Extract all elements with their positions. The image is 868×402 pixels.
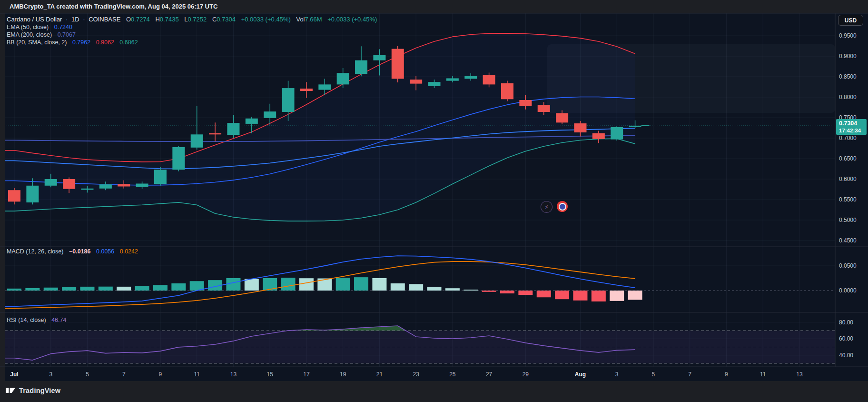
axis-label: 23 [413, 371, 419, 378]
axis-label: 0.8000 [839, 94, 857, 100]
axis-label: 17 [303, 371, 310, 378]
axis-label: 0.6500 [839, 155, 857, 162]
axis-label: 15 [267, 371, 274, 378]
rsi-value: 46.74 [51, 317, 66, 323]
axis-label: 11 [194, 371, 200, 378]
axis-label: Jul [10, 371, 18, 378]
axis-label: 27 [486, 371, 493, 378]
axis-label: 5 [652, 371, 655, 378]
low-value: 0.7252 [187, 16, 207, 23]
macd-legend[interactable]: MACD (12, 26, close) −0.0186 0.0056 0.02… [7, 248, 138, 255]
macd-hist-value: −0.0186 [69, 248, 91, 255]
event-lightning-icon[interactable]: ⚡ [541, 201, 552, 213]
macd-signal-value: 0.0242 [120, 248, 138, 255]
axis-label: 0.9500 [839, 32, 857, 39]
axis-label: 13 [796, 371, 803, 378]
high-value: 0.7435 [160, 16, 179, 23]
attribution-text: AMBCrypto_TA created with TradingView.co… [10, 0, 217, 13]
event-us-economy-icon[interactable] [557, 201, 568, 212]
axis-label: 0.4500 [839, 237, 857, 244]
axis-label: 0.5500 [839, 196, 857, 203]
volume-value: 7.66M [305, 16, 322, 23]
axis-label: 60.00 [839, 335, 853, 342]
ema200-legend[interactable]: EMA (200, close) 0.7067 [7, 31, 377, 39]
axis-label: 0.5000 [839, 217, 857, 223]
bb-basis-value: 0.7962 [72, 39, 90, 46]
close-value: 0.7304 [217, 16, 236, 23]
ema50-value: 0.7240 [54, 24, 72, 30]
axis-label: 29 [523, 371, 529, 378]
axis-label: Aug [575, 371, 586, 378]
tradingview-logo-text: TradingView [19, 387, 60, 394]
axis-label: 19 [340, 371, 346, 378]
bar-countdown: 17:42:34 [839, 127, 867, 134]
axis-label: 0.7000 [839, 135, 857, 141]
symbol-title[interactable]: Cardano / US Dollar [7, 16, 62, 23]
axis-label: 0.9000 [839, 53, 857, 60]
axis-label: 0.0000 [839, 287, 857, 294]
footer-bar: TradingView [0, 381, 868, 402]
exchange-label[interactable]: COINBASE [89, 16, 120, 23]
axis-label: 25 [449, 371, 456, 378]
axis-label: 0.6000 [839, 176, 857, 182]
last-price: 0.7304 [839, 120, 867, 127]
axis-label: 40.00 [839, 352, 853, 359]
attribution-bar: AMBCrypto_TA created with TradingView.co… [0, 0, 868, 13]
open-value: 0.7274 [131, 16, 150, 23]
axis-label: 11 [760, 371, 766, 378]
axis-label: 7 [122, 371, 126, 378]
ema200-value: 0.7067 [58, 31, 76, 38]
axis-label: 21 [376, 371, 383, 378]
bb-upper-value: 0.9062 [96, 39, 114, 46]
axis-label: 5 [86, 371, 89, 378]
axis-label: 13 [230, 371, 237, 378]
chart-canvas[interactable]: 0.95000.90000.85000.80000.75000.70000.65… [0, 0, 868, 402]
axis-label: 9 [725, 371, 728, 378]
us-roundel [559, 203, 566, 211]
ema50-legend[interactable]: EMA (50, close) 0.7240 [7, 23, 377, 31]
axis-label: 9 [159, 371, 162, 378]
axis-label: 0.8500 [839, 73, 857, 80]
axis-label: 3 [615, 371, 619, 378]
axis-label: 3 [49, 371, 52, 378]
tradingview-logo-icon [6, 385, 16, 395]
axis-label: 80.00 [839, 319, 853, 326]
volume-change-value: +0.0033 (+0.45%) [327, 16, 377, 23]
volume-label: Vol [296, 16, 305, 23]
interval-label[interactable]: 1D [71, 16, 79, 23]
change-value: +0.0033 (+0.45%) [241, 16, 291, 23]
bb-legend[interactable]: BB (20, SMA, close, 2) 0.7962 0.9062 0.6… [7, 39, 377, 46]
macd-line-value: 0.0056 [96, 248, 114, 255]
tradingview-logo[interactable]: TradingView [6, 385, 60, 395]
main-legend[interactable]: Cardano / US Dollar · 1D · COINBASE O0.7… [7, 16, 377, 46]
last-price-badge[interactable]: 0.7304 17:42:34 [836, 119, 867, 135]
axis-label: 7 [688, 371, 691, 378]
symbol-row[interactable]: Cardano / US Dollar · 1D · COINBASE O0.7… [7, 16, 377, 23]
rsi-legend[interactable]: RSI (14, close) 46.74 [7, 316, 66, 324]
currency-toggle-button[interactable]: USD [838, 15, 863, 26]
bb-lower-value: 0.6862 [119, 39, 138, 46]
axis-label: 0.0500 [839, 262, 857, 269]
